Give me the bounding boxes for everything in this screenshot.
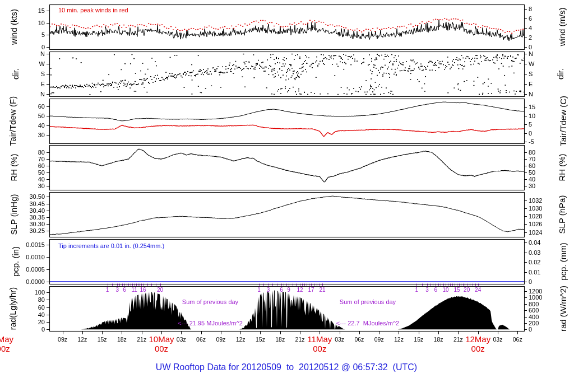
rad-cumulative-label: 21 — [316, 287, 328, 293]
right-tick-label: 40 — [529, 176, 535, 183]
right-tick-label: 800 — [529, 301, 539, 307]
left-tick-label: 60 — [0, 305, 45, 311]
right-tick-label: 1028 — [529, 213, 542, 220]
x-tick-label: 18z — [271, 336, 290, 343]
day-label-date: 10May — [138, 334, 185, 344]
x-tick-label: 06z — [192, 336, 211, 343]
right-tick-label: E — [529, 81, 533, 87]
right-tick-label: 1032 — [529, 198, 542, 204]
left-tick-label: 30 — [0, 132, 45, 138]
left-tick-label: 5 — [0, 32, 45, 38]
right-tick-label: S — [529, 71, 533, 77]
right-tick-label: 400 — [529, 314, 539, 320]
day-label-hour: 00z — [455, 344, 502, 353]
axis-title-wind-ms: wind (m/s) — [557, 7, 567, 46]
x-tick-label: 12z — [73, 336, 92, 343]
right-tick-label: 1026 — [529, 221, 542, 227]
right-tick-label: 600 — [529, 307, 539, 314]
sum-previous-day-2-line1: Sum of previous day — [336, 298, 399, 306]
x-tick-label: 06z — [350, 336, 369, 343]
sum-previous-day-1: Sum of previous day <--- 21.95 MJoules/m… — [178, 284, 243, 340]
axis-title-rad-wm2: rad (W/m^2) — [558, 286, 568, 332]
left-tick-label: 30 — [0, 183, 45, 189]
left-tick-label: 100 — [0, 290, 45, 296]
right-tick-label: 10 — [529, 113, 535, 119]
right-tick-label: N — [529, 51, 533, 57]
x-tick-label: 15z — [409, 336, 428, 343]
left-tick-label: 0.0005 — [0, 267, 45, 273]
left-tick-label: 30.45 — [0, 201, 45, 207]
rad-cumulative-label: 20 — [461, 287, 473, 293]
right-tick-label: 50 — [529, 170, 535, 176]
left-tick-label: S — [0, 71, 45, 77]
sum-previous-day-1-line2: <--- 21.95 MJoules/m^2 — [178, 320, 243, 327]
rad-cumulative-label: 3 — [262, 287, 275, 293]
right-tick-label: 0 — [529, 44, 532, 50]
left-tick-label: 0 — [0, 326, 45, 333]
right-tick-label: 2 — [529, 35, 532, 41]
right-tick-label: 1024 — [529, 230, 542, 236]
right-tick-label: 8 — [529, 6, 532, 12]
rad-cumulative-label: 10 — [439, 287, 452, 293]
rad-cumulative-label: 9 — [283, 287, 295, 293]
x-tick-label: 15z — [251, 336, 270, 343]
peak-winds-annotation: 10 min. peak winds in red — [58, 7, 128, 13]
page-title: UW Rooftop Data for 20120509 to 20120512… — [156, 362, 417, 372]
right-tick-label: -5 — [529, 139, 534, 145]
right-tick-label: 60 — [529, 163, 535, 169]
right-tick-label: 30 — [529, 183, 535, 189]
axis-title-dir-right: dir. — [556, 68, 565, 80]
rad-cumulative-label: 20 — [154, 287, 166, 293]
x-tick-label: 06z — [508, 336, 527, 343]
left-tick-label: 30.30 — [0, 221, 45, 227]
right-tick-label: N — [529, 91, 533, 97]
x-tick-label: 12z — [231, 336, 250, 343]
x-tick-label: 18z — [112, 336, 131, 343]
right-tick-label: 1200 — [529, 288, 542, 295]
rad-cumulative-label: 12 — [294, 287, 306, 293]
left-tick-label: 0 — [0, 44, 45, 50]
left-tick-label: 70 — [0, 156, 45, 162]
left-tick-label: 80 — [0, 297, 45, 303]
rad-cumulative-label: 17 — [305, 287, 317, 293]
axis-title-wind-kts: wind (kts) — [9, 9, 18, 45]
left-tick-label: W — [0, 61, 45, 67]
right-tick-label: 0.01 — [529, 269, 540, 276]
axis-title-rh-right: RH (%) — [557, 153, 567, 181]
right-tick-label: 5 — [529, 122, 532, 128]
right-tick-label: 1000 — [529, 295, 542, 301]
left-tick-label: N — [0, 51, 45, 57]
left-tick-label: 50 — [0, 113, 45, 119]
day-label-date: 12May — [455, 334, 502, 344]
x-tick-label: 15z — [92, 336, 112, 343]
right-tick-label: 0 — [529, 130, 532, 137]
left-tick-label: 80 — [0, 150, 45, 156]
left-tick-label: 0.0010 — [0, 254, 45, 260]
x-tick-label: 09z — [369, 336, 388, 343]
x-tick-label: 18z — [429, 336, 448, 343]
x-tick-label: 09z — [211, 336, 230, 343]
right-tick-label: 15 — [529, 104, 535, 110]
left-tick-label: 10 — [0, 20, 45, 26]
day-label-hour: 00z — [0, 344, 27, 353]
axis-title-tair-c: Tair/Tdew (C) — [558, 96, 568, 146]
left-tick-label: 50 — [0, 170, 45, 176]
sum-previous-day-2: Sum of previous day <--- 22.7 MJoules/m^… — [336, 284, 399, 340]
left-tick-label: 30.35 — [0, 214, 45, 221]
uw-rooftop-weather-plot: wind (kts) dir. Tair/Tdew (F) RH (%) SLP… — [0, 0, 574, 392]
axis-title-pcp-mm: pcp. (mm) — [558, 242, 568, 281]
right-tick-label: 0 — [529, 279, 532, 285]
right-tick-label: 80 — [529, 150, 535, 156]
x-tick-label: 12z — [389, 336, 408, 343]
axis-title-slp-hpa: SLP (hPa) — [557, 195, 567, 234]
day-label-hour: 00z — [296, 344, 343, 353]
left-tick-label: 60 — [0, 104, 45, 110]
right-tick-label: 0 — [529, 326, 532, 333]
right-tick-label: 4 — [529, 25, 532, 31]
left-tick-label: 60 — [0, 163, 45, 169]
right-tick-label: 1030 — [529, 206, 542, 212]
rad-cumulative-label: 24 — [472, 287, 484, 293]
right-tick-label: 70 — [529, 156, 535, 162]
left-tick-label: 20 — [0, 319, 45, 325]
right-tick-label: W — [529, 61, 534, 67]
